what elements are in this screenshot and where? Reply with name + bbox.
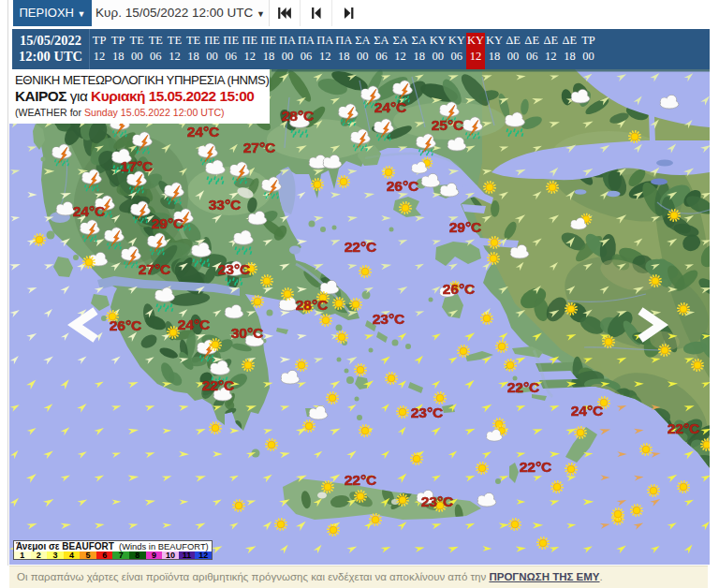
svg-text:22°C: 22°C	[345, 239, 377, 255]
svg-text:28°C: 28°C	[282, 108, 315, 124]
svg-text:30°C: 30°C	[231, 325, 264, 341]
svg-text:26°C: 26°C	[443, 281, 476, 297]
svg-text:27°C: 27°C	[243, 140, 276, 155]
svg-text:23°C: 23°C	[421, 493, 454, 509]
svg-text:24°C: 24°C	[178, 316, 211, 332]
svg-text:27°C: 27°C	[139, 261, 171, 277]
svg-text:22°C: 22°C	[520, 459, 552, 475]
svg-text:33°C: 33°C	[209, 197, 242, 213]
svg-text:29°C: 29°C	[449, 219, 482, 235]
svg-text:29°C: 29°C	[152, 215, 184, 231]
svg-text:24°C: 24°C	[374, 99, 407, 115]
svg-text:24°C: 24°C	[571, 403, 604, 419]
svg-text:24°C: 24°C	[73, 203, 106, 219]
svg-text:17°C: 17°C	[121, 158, 154, 174]
svg-text:25°C: 25°C	[432, 117, 464, 133]
svg-text:23°C: 23°C	[373, 311, 405, 327]
svg-text:28°C: 28°C	[296, 297, 329, 313]
svg-text:23°C: 23°C	[411, 404, 444, 420]
svg-text:26°C: 26°C	[387, 178, 419, 194]
svg-text:22°C: 22°C	[202, 377, 235, 393]
svg-text:23°C: 23°C	[218, 261, 251, 277]
svg-text:26°C: 26°C	[110, 317, 142, 333]
svg-text:24°C: 24°C	[187, 124, 220, 140]
svg-text:22°C: 22°C	[507, 379, 540, 395]
svg-text:22°C: 22°C	[345, 472, 377, 488]
svg-text:22°C: 22°C	[668, 420, 700, 436]
